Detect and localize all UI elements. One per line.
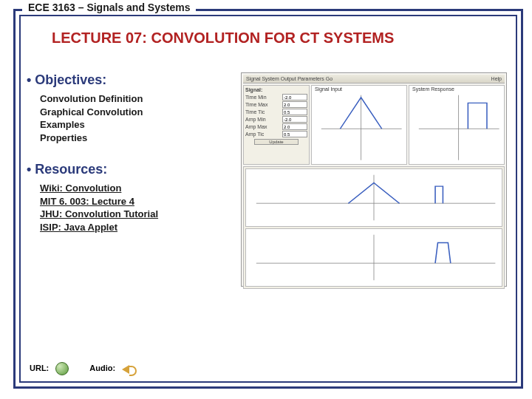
toolbar-items: Signal System Output Parameters Go [246, 76, 332, 81]
time-tic-input[interactable] [282, 109, 307, 115]
update-button[interactable]: Update [254, 139, 299, 145]
top-panels: Signal: Time Min Time Max Time Tic Amp M… [243, 85, 505, 165]
applet-toolbar: Signal System Output Parameters Go Help [243, 75, 505, 83]
content-area: Objectives: Convolution Definition Graph… [27, 72, 507, 287]
ctrl-row: Time Tic [245, 109, 307, 115]
ctrl-row: Amp Max [245, 123, 307, 130]
course-header: ECE 3163 – Signals and Systems [22, 1, 196, 13]
plot-title: Signal Input [315, 86, 342, 92]
system-response-plot: System Response [409, 85, 505, 165]
signal-panel-title: Signal: [245, 87, 307, 92]
objective-item: Convolution Definition [40, 92, 233, 106]
objective-item: Graphical Convolution [40, 106, 233, 119]
objectives-list: Convolution Definition Graphical Convolu… [27, 92, 233, 144]
resource-link-isip[interactable]: ISIP: Java Applet [40, 221, 233, 234]
amp-min-input[interactable] [282, 116, 307, 123]
system-response-chart [409, 86, 504, 164]
ctrl-row: Amp Tic [245, 131, 307, 137]
ctrl-row: Time Min [245, 94, 307, 100]
ctrl-row: Time Max [245, 101, 307, 108]
signal-input-plot: Signal Input [311, 85, 407, 165]
globe-icon[interactable] [55, 362, 69, 375]
bottom-panels [243, 166, 505, 289]
output-plot [245, 228, 502, 287]
footer: URL: Audio: [30, 362, 129, 375]
signal-control-panel: Signal: Time Min Time Max Time Tic Amp M… [243, 85, 310, 165]
amp-tic-input[interactable] [282, 131, 307, 137]
ctrl-label: Amp Tic [245, 132, 264, 137]
applet-screenshot: Signal System Output Parameters Go Help … [241, 72, 507, 287]
objective-item: Properties [40, 132, 233, 145]
url-label: URL: [30, 364, 49, 372]
lecture-title: LECTURE 07: CONVOLUTION FOR CT SYSTEMS [52, 30, 394, 47]
time-max-input[interactable] [282, 101, 307, 108]
speaker-icon[interactable] [122, 365, 129, 374]
plot-title: System Response [412, 86, 454, 92]
resource-link-mit[interactable]: MIT 6. 003: Lecture 4 [40, 195, 233, 208]
left-column: Objectives: Convolution Definition Graph… [27, 72, 233, 287]
url-label-group: URL: [30, 362, 69, 375]
ctrl-label: Time Max [245, 102, 267, 107]
ctrl-label: Time Min [245, 95, 267, 100]
resources-list: Wiki: Convolution MIT 6. 003: Lecture 4 … [27, 182, 233, 233]
convolution-overlap-plot [245, 168, 502, 227]
ctrl-label: Amp Max [245, 124, 267, 129]
objectives-heading: Objectives: [27, 72, 233, 88]
amp-max-input[interactable] [282, 123, 307, 130]
audio-label: Audio: [89, 364, 115, 372]
time-min-input[interactable] [282, 94, 307, 100]
objective-item: Examples [40, 118, 233, 132]
toolbar-help: Help [491, 76, 502, 81]
ctrl-label: Time Tic [245, 109, 265, 115]
resource-link-wiki[interactable]: Wiki: Convolution [40, 182, 233, 195]
ctrl-label: Amp Min [245, 117, 266, 122]
resource-link-jhu[interactable]: JHU: Convolution Tutorial [40, 208, 233, 221]
output-chart [246, 229, 502, 286]
overlap-chart [246, 169, 502, 226]
ctrl-row: Amp Min [245, 116, 307, 123]
signal-input-chart [312, 86, 406, 164]
resources-heading: Resources: [27, 162, 233, 177]
audio-label-group: Audio: [89, 364, 129, 373]
